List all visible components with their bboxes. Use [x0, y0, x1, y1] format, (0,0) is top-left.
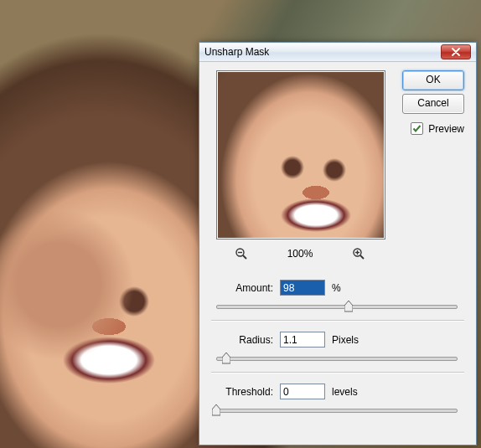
radius-param: Radius: Pixels [216, 332, 458, 366]
slider-track [216, 409, 458, 413]
zoom-controls: 100% [216, 245, 384, 263]
svg-line-1 [243, 255, 246, 259]
titlebar[interactable]: Unsharp Mask [199, 43, 476, 62]
ok-button[interactable]: OK [402, 70, 464, 90]
dialog-body: 100% OK Cancel Preview A [199, 62, 476, 79]
amount-label: Amount: [216, 282, 273, 294]
radius-unit: Pixels [332, 334, 359, 346]
zoom-in-button[interactable] [352, 247, 365, 260]
separator [211, 320, 464, 322]
radius-input[interactable] [280, 332, 325, 348]
threshold-slider[interactable] [216, 403, 458, 418]
zoom-out-button[interactable] [235, 247, 248, 260]
zoom-level: 100% [287, 248, 313, 260]
amount-slider-thumb[interactable] [344, 301, 353, 312]
amount-slider[interactable] [216, 299, 458, 314]
close-icon [452, 48, 460, 56]
amount-input[interactable] [280, 280, 325, 296]
separator [211, 372, 464, 373]
preview-checkbox[interactable] [411, 122, 423, 135]
threshold-label: Threshold: [216, 386, 273, 398]
check-icon [412, 124, 422, 133]
radius-label: Radius: [216, 334, 273, 346]
preview-label: Preview [428, 123, 464, 135]
dialog-title: Unsharp Mask [204, 43, 441, 61]
threshold-param: Threshold: levels [216, 384, 458, 418]
zoom-out-icon [235, 247, 248, 260]
radius-slider-thumb[interactable] [222, 353, 230, 364]
svg-line-4 [360, 255, 364, 259]
preview-image[interactable] [216, 70, 385, 239]
threshold-slider-thumb[interactable] [212, 404, 220, 416]
cancel-button[interactable]: Cancel [402, 94, 464, 114]
zoom-in-icon [352, 247, 365, 260]
threshold-input[interactable] [280, 384, 325, 399]
slider-track [216, 357, 458, 361]
unsharp-mask-dialog: Unsharp Mask 100% [199, 42, 477, 445]
radius-slider[interactable] [216, 351, 458, 366]
close-button[interactable] [441, 44, 471, 59]
threshold-unit: levels [332, 386, 358, 398]
amount-unit: % [332, 282, 341, 294]
slider-track [216, 305, 458, 309]
amount-param: Amount: % [216, 280, 458, 314]
preview-toggle[interactable]: Preview [411, 122, 464, 135]
